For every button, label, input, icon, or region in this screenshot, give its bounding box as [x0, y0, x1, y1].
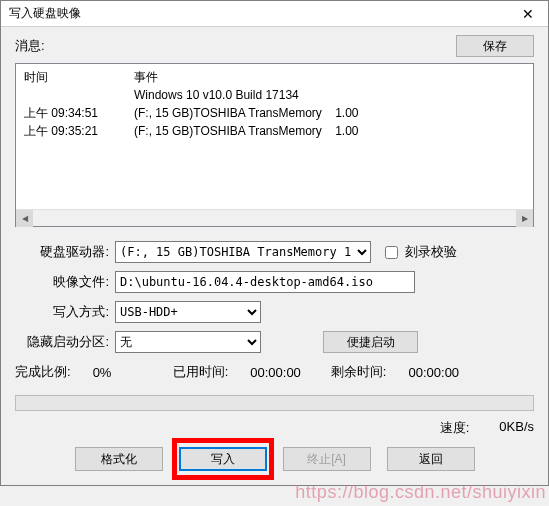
stats-row: 完成比例: 0% 已用时间: 00:00:00 剩余时间: 00:00:00 — [15, 363, 534, 381]
message-label: 消息: — [15, 37, 45, 55]
back-button[interactable]: 返回 — [387, 447, 475, 471]
done-value: 0% — [93, 365, 143, 380]
image-field[interactable] — [115, 271, 415, 293]
speed-row: 速度: 0KB/s — [15, 419, 534, 437]
bottom-buttons: 格式化 写入 终止[A] 返回 — [15, 447, 534, 471]
elapsed-value: 00:00:00 — [250, 365, 301, 380]
hidden-select[interactable]: 无 — [115, 331, 261, 353]
verify-checkbox[interactable] — [385, 246, 398, 259]
elapsed-label: 已用时间: — [173, 363, 229, 381]
portable-boot-button[interactable]: 便捷启动 — [323, 331, 418, 353]
log-event: Windows 10 v10.0 Build 17134 — [134, 86, 299, 104]
log-content: 时间 事件 Windows 10 v10.0 Build 17134 上午 09… — [16, 64, 533, 144]
log-panel: 时间 事件 Windows 10 v10.0 Build 17134 上午 09… — [15, 63, 534, 227]
image-row: 映像文件: — [15, 271, 534, 293]
speed-value: 0KB/s — [499, 419, 534, 437]
log-time: 上午 09:35:21 — [24, 122, 134, 140]
write-button[interactable]: 写入 — [179, 447, 267, 471]
dialog-body: 消息: 保存 时间 事件 Windows 10 v10.0 Build 1713… — [1, 27, 548, 485]
log-event: (F:, 15 GB)TOSHIBA TransMemory 1.00 — [134, 104, 359, 122]
verify-label: 刻录校验 — [405, 243, 457, 261]
log-col-time: 时间 — [24, 68, 134, 86]
drive-row: 硬盘驱动器: (F:, 15 GB)TOSHIBA TransMemory 1.… — [15, 241, 534, 263]
title-bar: 写入硬盘映像 ✕ — [1, 1, 548, 27]
form: 硬盘驱动器: (F:, 15 GB)TOSHIBA TransMemory 1.… — [15, 241, 534, 471]
progress-bar — [15, 395, 534, 411]
close-icon[interactable]: ✕ — [508, 1, 548, 27]
hidden-label: 隐藏启动分区: — [15, 333, 115, 351]
log-row: 上午 09:35:21 (F:, 15 GB)TOSHIBA TransMemo… — [24, 122, 525, 140]
remain-label: 剩余时间: — [331, 363, 387, 381]
scroll-right-icon[interactable]: ▶ — [516, 210, 533, 227]
remain-value: 00:00:00 — [408, 365, 459, 380]
drive-select[interactable]: (F:, 15 GB)TOSHIBA TransMemory 1.00 — [115, 241, 371, 263]
log-time: 上午 09:34:51 — [24, 104, 134, 122]
abort-button: 终止[A] — [283, 447, 371, 471]
log-row: 上午 09:34:51 (F:, 15 GB)TOSHIBA TransMemo… — [24, 104, 525, 122]
image-label: 映像文件: — [15, 273, 115, 291]
horizontal-scrollbar[interactable]: ◀ ▶ — [16, 209, 533, 226]
write-highlight: 写入 — [172, 438, 274, 480]
log-row: Windows 10 v10.0 Build 17134 — [24, 86, 525, 104]
verify-checkbox-wrap[interactable]: 刻录校验 — [381, 243, 457, 262]
log-event: (F:, 15 GB)TOSHIBA TransMemory 1.00 — [134, 122, 359, 140]
method-select[interactable]: USB-HDD+ — [115, 301, 261, 323]
format-button[interactable]: 格式化 — [75, 447, 163, 471]
method-label: 写入方式: — [15, 303, 115, 321]
scroll-left-icon[interactable]: ◀ — [16, 210, 33, 227]
progress-wrap — [15, 395, 534, 411]
hidden-row: 隐藏启动分区: 无 便捷启动 — [15, 331, 534, 353]
log-time — [24, 86, 134, 104]
log-col-event: 事件 — [134, 68, 158, 86]
message-row: 消息: 保存 — [15, 35, 534, 57]
save-button[interactable]: 保存 — [456, 35, 534, 57]
method-row: 写入方式: USB-HDD+ — [15, 301, 534, 323]
log-header: 时间 事件 — [24, 68, 525, 86]
speed-label: 速度: — [440, 419, 470, 437]
dialog-window: 写入硬盘映像 ✕ 消息: 保存 时间 事件 Windows 10 v10.0 B… — [0, 0, 549, 486]
done-label: 完成比例: — [15, 363, 71, 381]
drive-label: 硬盘驱动器: — [15, 243, 115, 261]
window-title: 写入硬盘映像 — [9, 5, 81, 22]
